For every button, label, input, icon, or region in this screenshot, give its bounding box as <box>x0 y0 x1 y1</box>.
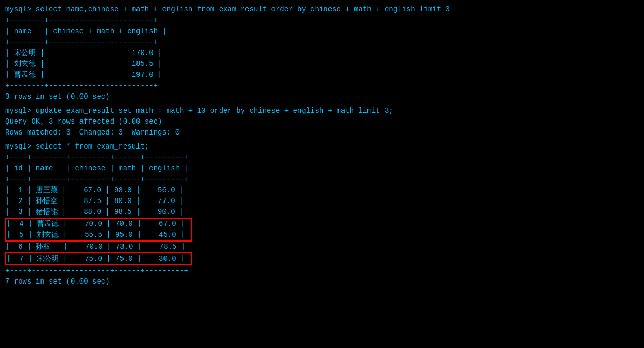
table-row-1: | 宋公明 | 170.0 | <box>5 48 639 59</box>
query-line-2: mysql> update exam_result set math = mat… <box>5 105 639 116</box>
table-div-7: +----+--------+---------+------+--------… <box>5 265 639 276</box>
highlight-group-a: | 4 | 曹孟德 | 70.0 | 70.0 | 67.0 | | 5 | 刘… <box>5 218 192 242</box>
data-row-4: | 4 | 曹孟德 | 70.0 | 70.0 | 67.0 | <box>6 219 191 230</box>
table-row-2: | 刘玄德 | 185.5 | <box>5 59 639 70</box>
table-div-4: +----+--------+---------+------+--------… <box>5 152 639 163</box>
highlight-group-b: | 7 | 宋公明 | 75.0 | 75.0 | 30.0 | <box>5 252 192 265</box>
data-row-6: | 6 | 孙权 | 70.0 | 73.0 | 78.5 | <box>5 242 639 252</box>
result-1: 3 rows in set (0.00 sec) <box>5 91 639 102</box>
terminal: mysql> select name,chinese + math + engl… <box>5 4 639 287</box>
table-div-1: +--------+------------------------+ <box>5 15 639 26</box>
data-row-2: | 2 | 孙悟空 | 87.5 | 80.0 | 77.0 | <box>5 196 639 207</box>
data-row-3: | 3 | 猪悟能 | 88.0 | 98.5 | 90.0 | <box>5 207 639 218</box>
table-div-5: +----+--------+---------+------+--------… <box>5 174 639 185</box>
table-header-2: | id | name | chinese | math | english | <box>5 163 639 174</box>
data-row-1: | 1 | 唐三藏 | 67.0 | 98.0 | 56.0 | <box>5 185 639 196</box>
query-ok: Query OK, 3 rows affected (0.00 sec) <box>5 116 639 127</box>
query-line-3: mysql> select * from exam_result; <box>5 141 639 152</box>
data-row-7: | 7 | 宋公明 | 75.0 | 75.0 | 30.0 | <box>6 253 191 264</box>
rows-matched: Rows matched: 3 Changed: 3 Warnings: 0 <box>5 127 639 138</box>
data-row-5: | 5 | 刘玄德 | 55.5 | 95.0 | 45.0 | <box>6 230 191 240</box>
query-line-1: mysql> select name,chinese + math + engl… <box>5 4 639 15</box>
table-div-2: +--------+------------------------+ <box>5 37 639 48</box>
table-row-3: | 曹孟德 | 197.0 | <box>5 70 639 81</box>
result-2: 7 rows in set (0.00 sec) <box>5 276 639 287</box>
table-header-1: | name | chinese + math + english | <box>5 26 639 37</box>
table-div-3: +--------+------------------------+ <box>5 81 639 91</box>
